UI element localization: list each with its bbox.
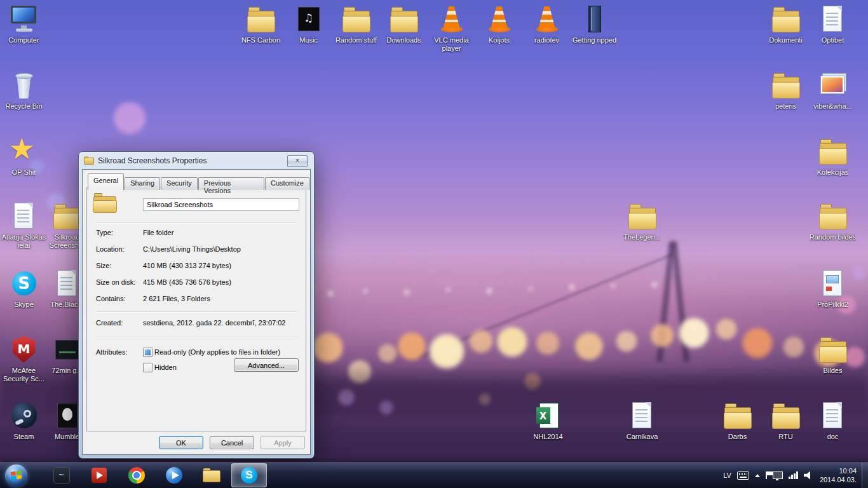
desktop-icon-darbs[interactable]: Darbs xyxy=(714,402,761,441)
field-label: Type: xyxy=(96,229,113,236)
taskbar-button-media-player-classic[interactable] xyxy=(81,463,117,487)
excel-icon: X xyxy=(531,402,566,431)
folder-icon xyxy=(769,71,803,100)
desktop-icon-atlauja-slokas-ielai[interactable]: Atlauja Slokas ielai xyxy=(0,202,48,250)
desktop-icon-mcafee-security-sc[interactable]: MMcAfee Security Sc... xyxy=(0,336,48,383)
desktop-icon-computer[interactable]: Computer xyxy=(0,5,48,44)
taskbar-button-windows-explorer[interactable] xyxy=(194,463,229,487)
desktop-icon-music[interactable]: ♫Music xyxy=(285,5,332,44)
dialog-client-area: General Sharing Security Previous Versio… xyxy=(82,169,311,455)
icon-label: NHL2014 xyxy=(533,433,562,441)
desktop-icon-vlc-media-player[interactable]: VLC media player xyxy=(428,5,475,53)
folder-icon xyxy=(625,202,660,231)
dialog-buttons: OK Cancel Apply xyxy=(159,436,305,449)
desktop-icon-peteris[interactable]: peteris xyxy=(762,71,810,111)
icon-label: NFS Carbon xyxy=(241,36,280,44)
desktop-icon-random-bildes[interactable]: Random bildes xyxy=(809,202,857,241)
cancel-button[interactable]: Cancel xyxy=(210,436,254,449)
language-indicator[interactable]: LV xyxy=(723,471,731,479)
dialog-titlebar[interactable]: Silkroad Screenshots Properties × xyxy=(79,152,314,169)
separator xyxy=(96,222,297,224)
desktop-icon-random-stuff[interactable]: Random stuff xyxy=(332,5,380,44)
show-desktop-button[interactable] xyxy=(862,463,868,488)
desktop-icon-skype[interactable]: SSkype xyxy=(0,269,48,309)
desktop-icon-radiotev[interactable]: radiotev xyxy=(523,5,571,44)
clock[interactable]: 10:04 2014.04.03. xyxy=(820,466,857,484)
signal-bars-icon[interactable] xyxy=(789,471,798,479)
icon-label: Darbs xyxy=(728,433,747,441)
folder-icon xyxy=(244,5,278,34)
desktop-icon-doc[interactable]: doc xyxy=(809,402,857,441)
desktop-icon-downloads[interactable]: Downloads xyxy=(380,5,428,44)
desktop-icon-steam[interactable]: Steam xyxy=(0,402,48,441)
desktop-icon-recycle-bin[interactable]: Recycle Bin xyxy=(0,71,48,111)
desktop-icon-kolekcijas[interactable]: Kolekcijas xyxy=(809,137,857,177)
bokeh-light xyxy=(468,329,494,354)
desktop-icon-nhl2014[interactable]: XNHL2014 xyxy=(524,402,572,441)
ok-button[interactable]: OK xyxy=(159,436,203,449)
network-icon[interactable] xyxy=(773,471,783,479)
tab-general[interactable]: General xyxy=(88,173,124,190)
tab-sharing[interactable]: Sharing xyxy=(125,177,160,190)
apply-button[interactable]: Apply xyxy=(261,436,305,449)
readonly-checkbox[interactable] xyxy=(143,348,153,357)
icon-label: Skype xyxy=(14,301,34,309)
desktop-icon-dokumenti[interactable]: Dokumenti xyxy=(762,5,810,44)
taskbar-button-windows-media-player[interactable] xyxy=(156,463,192,487)
desktop-icon-viber-wha[interactable]: viber&wha... xyxy=(809,71,857,111)
close-icon[interactable]: × xyxy=(287,155,308,167)
desktop-icon-carnikava[interactable]: Carnikava xyxy=(618,402,666,441)
bokeh-light xyxy=(535,330,560,356)
desktop-icon-thelegen[interactable]: TheLegen... xyxy=(618,202,666,241)
computer-icon xyxy=(7,5,41,34)
action-center-flag-icon[interactable] xyxy=(766,471,767,479)
taskbar-button-skype[interactable]: S xyxy=(231,463,267,487)
keyboard-icon[interactable] xyxy=(737,471,749,480)
desktop-icon-getting-ripped[interactable]: Getting ripped xyxy=(571,5,618,44)
icon-label: OP Shit xyxy=(12,168,36,177)
desktop-icon-bildes[interactable]: Bildes xyxy=(809,336,857,375)
bokeh-light xyxy=(677,316,710,349)
tab-security[interactable]: Security xyxy=(161,177,198,190)
field-row-size-on-disk: Size on disk: 415 MB (435 736 576 bytes) xyxy=(87,278,306,288)
icon-label: Downloads xyxy=(386,36,421,44)
icon-label: doc xyxy=(827,433,839,441)
desktop-icon-koijots[interactable]: Koijots xyxy=(475,5,523,44)
folder-icon xyxy=(387,5,421,34)
desktop-icon-optibet[interactable]: Optibet xyxy=(809,5,857,44)
icon-label: RTU xyxy=(778,433,792,441)
desktop-icon-propilkki2[interactable]: ProPilkki2 xyxy=(809,269,857,309)
icon-label: peteris xyxy=(775,102,796,111)
tab-customize[interactable]: Customize xyxy=(265,177,309,190)
desktop-icon-rtu[interactable]: RTU xyxy=(762,402,810,441)
taskbar-button-google-chrome[interactable] xyxy=(119,463,154,487)
desktop-icon-op-shit[interactable]: ★OP Shit xyxy=(0,137,48,177)
recycle-icon xyxy=(7,71,41,100)
icon-label: Dokumenti xyxy=(769,36,803,44)
textdoc-icon xyxy=(625,402,660,431)
bokeh-light xyxy=(782,336,805,358)
folder-name-input[interactable] xyxy=(143,198,299,211)
icon-label: Optibet xyxy=(822,36,844,44)
icon-label: Kolekcijas xyxy=(817,168,849,177)
field-value: File folder xyxy=(143,229,173,236)
bokeh-light xyxy=(741,327,774,360)
volume-icon[interactable] xyxy=(804,471,813,480)
field-value: 415 MB (435 736 576 bytes) xyxy=(143,278,231,286)
steam-icon xyxy=(7,402,41,431)
field-value: sestdiena, 2012. gada 22. decembrī, 23:0… xyxy=(143,319,285,327)
start-button[interactable] xyxy=(5,464,27,487)
icon-label: TheLegen... xyxy=(623,233,661,241)
tab-previous-versions[interactable]: Previous Versions xyxy=(198,177,264,190)
mcafee-icon: M xyxy=(7,336,41,365)
bokeh-light xyxy=(611,283,616,288)
show-hidden-icons-chevron[interactable] xyxy=(755,474,760,477)
hidden-checkbox[interactable] xyxy=(143,363,153,372)
advanced-button[interactable]: Advanced... xyxy=(234,358,299,372)
bokeh-light xyxy=(403,289,410,295)
taskbar-button-silkroad-client[interactable]: ~ xyxy=(44,463,79,487)
bokeh-light xyxy=(445,287,451,292)
folder-icon xyxy=(84,156,94,165)
field-value: C:\Users\Living Things\Desktop xyxy=(143,245,241,253)
desktop-icon-nfs-carbon[interactable]: NFS Carbon xyxy=(237,5,285,44)
